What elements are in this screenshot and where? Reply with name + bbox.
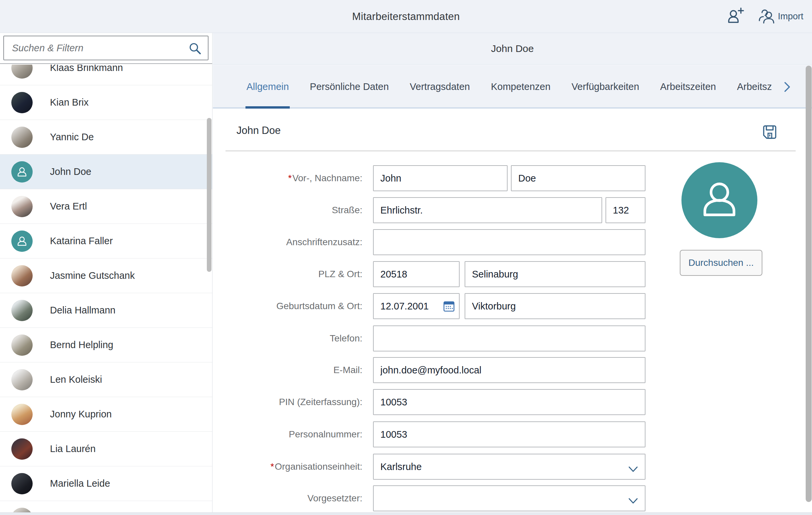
save-icon <box>762 136 777 141</box>
field-label-zip-city: PLZ & Ort: <box>213 261 373 287</box>
list-item[interactable]: Vera Ertl <box>0 189 212 224</box>
list-item[interactable]: Katarina Faller <box>0 224 212 258</box>
avatar <box>11 126 33 148</box>
avatar <box>11 230 33 252</box>
search-area <box>0 33 212 64</box>
avatar <box>11 196 33 217</box>
field-label-street: Straße: <box>213 197 373 223</box>
main-scrollbar-thumb[interactable] <box>806 66 812 502</box>
address2-input[interactable] <box>373 229 645 255</box>
employee-sidebar: Klaas Brinkmann Kian Brix Yannic De John… <box>0 33 212 512</box>
section-divider <box>226 150 796 151</box>
last-name-input[interactable] <box>511 165 645 191</box>
form-section-title: John Doe <box>236 124 281 137</box>
tab-kompetenzen[interactable]: Kompetenzen <box>491 65 551 109</box>
list-item[interactable]: Mariella Leide <box>0 466 212 501</box>
person-plus-icon <box>727 7 744 26</box>
detail-header-title: John Doe <box>491 43 533 54</box>
phone-input[interactable] <box>373 325 645 351</box>
field-label-supervisor: Vorgesetzter: <box>213 485 373 511</box>
list-item[interactable]: Kian Brix <box>0 85 212 120</box>
bottom-scrollbar-track[interactable] <box>0 512 812 515</box>
employee-name: Katarina Faller <box>50 235 113 247</box>
avatar <box>11 508 33 513</box>
employee-name: Jasmine Gutschank <box>50 270 135 281</box>
detail-header: John Doe <box>213 33 812 65</box>
calendar-icon[interactable] <box>443 300 455 313</box>
required-marker: * <box>288 173 292 183</box>
field-label-phone: Telefon: <box>213 325 373 351</box>
list-item[interactable]: Len Koleiski <box>0 363 212 397</box>
avatar <box>11 300 33 321</box>
employee-name: Len Koleiski <box>50 374 102 385</box>
org-unit-value: Karlsruhe <box>380 461 422 473</box>
add-employee-button[interactable] <box>727 7 744 26</box>
employee-list: Klaas Brinkmann Kian Brix Yannic De John… <box>0 65 212 512</box>
header-actions: Import <box>727 0 803 33</box>
field-label-address2: Anschriftenzusatz: <box>213 229 373 255</box>
list-item[interactable] <box>0 501 212 512</box>
list-item[interactable]: Jonny Kuprion <box>0 397 212 432</box>
tab-verfuegbarkeiten[interactable]: Verfügbarkeiten <box>572 65 639 109</box>
list-item-selected[interactable]: John Doe <box>0 154 212 189</box>
import-button[interactable]: Import <box>758 8 803 25</box>
avatar <box>11 369 33 391</box>
list-item[interactable]: Jasmine Gutschank <box>0 258 212 293</box>
city-input[interactable] <box>465 261 645 287</box>
sidebar-scrollbar-thumb[interactable] <box>207 118 211 272</box>
person-icon <box>696 176 743 224</box>
list-item[interactable]: Lia Laurén <box>0 432 212 466</box>
employee-name: Klaas Brinkmann <box>50 65 123 73</box>
supervisor-select[interactable] <box>373 485 645 511</box>
tab-arbeitszeiten[interactable]: Arbeitszeiten <box>660 65 716 109</box>
list-item[interactable]: Yannic De <box>0 120 212 154</box>
field-label-birth: Geburtsdatum & Ort: <box>213 293 373 319</box>
required-marker: * <box>270 461 274 472</box>
detail-panel: John Doe Allgemein Persönliche Daten Ver… <box>213 33 812 512</box>
avatar <box>11 438 33 460</box>
email-input[interactable] <box>373 357 645 383</box>
search-input[interactable] <box>4 36 208 60</box>
street-number-input[interactable] <box>606 197 645 223</box>
tab-allgemein[interactable]: Allgemein <box>246 65 289 109</box>
field-label-org-unit: * Organisationseinheit: <box>213 454 373 480</box>
list-item[interactable]: Bernd Helpling <box>0 328 212 363</box>
avatar <box>11 404 33 425</box>
tab-bar: Allgemein Persönliche Daten Vertragsdate… <box>213 65 812 109</box>
employee-name: Mariella Leide <box>50 478 110 489</box>
employee-name: John Doe <box>50 166 91 177</box>
employee-name: Vera Ertl <box>50 201 87 212</box>
top-header: Mitarbeiterstammdaten <box>0 0 812 33</box>
tab-vertragsdaten[interactable]: Vertragsdaten <box>410 65 470 109</box>
avatar <box>11 161 33 182</box>
save-button[interactable] <box>762 124 778 141</box>
search-icon[interactable] <box>188 42 202 57</box>
tabs-overflow-chevron-right-icon[interactable] <box>784 82 791 92</box>
list-item[interactable]: Delia Hallmann <box>0 293 212 328</box>
employee-photo-placeholder <box>682 162 757 238</box>
app-title: Mitarbeiterstammdaten <box>0 0 812 33</box>
avatar <box>11 65 33 79</box>
browse-photo-button[interactable]: Durchsuchen ... <box>680 250 762 276</box>
street-input[interactable] <box>373 197 602 223</box>
personnel-number-input[interactable] <box>373 421 645 447</box>
field-label-email: E-Mail: <box>213 357 373 383</box>
employee-name: Yannic De <box>50 132 94 143</box>
employee-name: Kian Brix <box>50 97 89 108</box>
chevron-down-icon <box>628 464 638 475</box>
form-content: John Doe * Vor-, Nachname: <box>213 109 812 512</box>
pin-input[interactable] <box>373 389 645 415</box>
avatar <box>11 473 33 494</box>
org-unit-select[interactable]: Karlsruhe <box>373 454 645 480</box>
tab-persoenliche-daten[interactable]: Persönliche Daten <box>310 65 389 109</box>
tab-arbeitsz-truncated[interactable]: Arbeitsz <box>737 65 772 109</box>
avatar <box>11 265 33 286</box>
birth-place-input[interactable] <box>465 293 645 319</box>
import-label: Import <box>778 11 803 22</box>
chevron-down-icon <box>628 496 638 507</box>
employee-name: Delia Hallmann <box>50 305 116 316</box>
zip-input[interactable] <box>373 261 460 287</box>
first-name-input[interactable] <box>373 165 508 191</box>
avatar <box>11 335 33 356</box>
list-item[interactable]: Klaas Brinkmann <box>0 65 212 85</box>
